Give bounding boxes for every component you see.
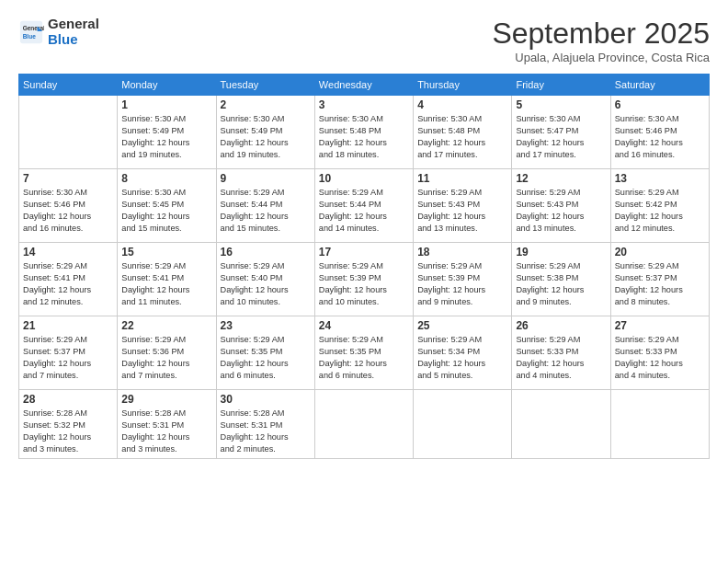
day-info: Sunrise: 5:29 AMSunset: 5:37 PMDaylight:… [23, 334, 113, 382]
day-number: 18 [417, 246, 507, 259]
calendar-day-cell: 13Sunrise: 5:29 AMSunset: 5:42 PMDayligh… [610, 169, 709, 243]
day-info: Sunrise: 5:29 AMSunset: 5:41 PMDaylight:… [121, 260, 211, 308]
calendar-day-cell: 23Sunrise: 5:29 AMSunset: 5:35 PMDayligh… [216, 316, 314, 390]
day-info: Sunrise: 5:29 AMSunset: 5:41 PMDaylight:… [23, 260, 113, 308]
calendar-day-cell: 24Sunrise: 5:29 AMSunset: 5:35 PMDayligh… [314, 316, 413, 390]
day-info: Sunrise: 5:29 AMSunset: 5:43 PMDaylight:… [516, 187, 606, 235]
calendar-day-cell: 9Sunrise: 5:29 AMSunset: 5:44 PMDaylight… [216, 169, 314, 243]
day-info: Sunrise: 5:30 AMSunset: 5:46 PMDaylight:… [23, 187, 113, 235]
day-number: 2 [221, 98, 311, 111]
day-info: Sunrise: 5:29 AMSunset: 5:40 PMDaylight:… [221, 260, 311, 308]
day-info: Sunrise: 5:30 AMSunset: 5:48 PMDaylight:… [319, 113, 409, 161]
day-number: 7 [23, 172, 113, 185]
calendar-table: SundayMondayTuesdayWednesdayThursdayFrid… [18, 74, 710, 459]
calendar-day-cell: 28Sunrise: 5:28 AMSunset: 5:32 PMDayligh… [19, 390, 118, 459]
day-number: 20 [615, 246, 705, 259]
calendar-day-cell: 15Sunrise: 5:29 AMSunset: 5:41 PMDayligh… [118, 243, 216, 316]
weekday-header: Thursday [414, 75, 512, 96]
calendar-week-row: 28Sunrise: 5:28 AMSunset: 5:32 PMDayligh… [19, 390, 710, 459]
page-header: General Blue General Blue September 2025… [18, 17, 710, 64]
weekday-header: Friday [512, 75, 610, 96]
day-number: 5 [516, 98, 606, 111]
day-info: Sunrise: 5:29 AMSunset: 5:43 PMDaylight:… [417, 187, 507, 235]
day-number: 29 [121, 393, 211, 406]
calendar-day-cell: 4Sunrise: 5:30 AMSunset: 5:48 PMDaylight… [414, 96, 512, 169]
day-info: Sunrise: 5:30 AMSunset: 5:48 PMDaylight:… [417, 113, 507, 161]
day-number: 6 [615, 98, 705, 111]
day-info: Sunrise: 5:29 AMSunset: 5:44 PMDaylight:… [221, 187, 311, 235]
title-block: September 2025 Upala, Alajuela Province,… [492, 17, 710, 64]
month-title: September 2025 [492, 17, 710, 51]
calendar-day-cell: 21Sunrise: 5:29 AMSunset: 5:37 PMDayligh… [19, 316, 118, 390]
weekday-header: Tuesday [216, 75, 314, 96]
day-number: 3 [319, 98, 409, 111]
day-number: 10 [319, 172, 409, 185]
day-number: 28 [23, 393, 113, 406]
calendar-day-cell: 7Sunrise: 5:30 AMSunset: 5:46 PMDaylight… [19, 169, 118, 243]
day-info: Sunrise: 5:28 AMSunset: 5:31 PMDaylight:… [221, 408, 311, 455]
day-number: 26 [516, 319, 606, 332]
day-number: 14 [23, 246, 113, 259]
svg-text:Blue: Blue [23, 32, 36, 39]
day-info: Sunrise: 5:28 AMSunset: 5:32 PMDaylight:… [23, 408, 113, 455]
day-number: 13 [615, 172, 705, 185]
day-info: Sunrise: 5:30 AMSunset: 5:49 PMDaylight:… [221, 113, 311, 161]
weekday-header: Wednesday [314, 75, 413, 96]
calendar-day-cell: 19Sunrise: 5:29 AMSunset: 5:38 PMDayligh… [512, 243, 610, 316]
calendar-day-cell: 25Sunrise: 5:29 AMSunset: 5:34 PMDayligh… [414, 316, 512, 390]
day-number: 15 [121, 246, 211, 259]
day-info: Sunrise: 5:29 AMSunset: 5:33 PMDaylight:… [516, 334, 606, 382]
calendar-day-cell: 2Sunrise: 5:30 AMSunset: 5:49 PMDaylight… [216, 96, 314, 169]
day-number: 25 [417, 319, 507, 332]
day-info: Sunrise: 5:30 AMSunset: 5:49 PMDaylight:… [121, 113, 211, 161]
day-number: 22 [121, 319, 211, 332]
day-info: Sunrise: 5:29 AMSunset: 5:37 PMDaylight:… [615, 260, 705, 308]
calendar-day-cell: 12Sunrise: 5:29 AMSunset: 5:43 PMDayligh… [512, 169, 610, 243]
calendar-week-row: 7Sunrise: 5:30 AMSunset: 5:46 PMDaylight… [19, 169, 710, 243]
day-info: Sunrise: 5:29 AMSunset: 5:42 PMDaylight:… [615, 187, 705, 235]
day-number: 9 [221, 172, 311, 185]
day-info: Sunrise: 5:29 AMSunset: 5:36 PMDaylight:… [121, 334, 211, 382]
logo: General Blue General Blue [18, 17, 99, 47]
calendar-day-cell: 3Sunrise: 5:30 AMSunset: 5:48 PMDaylight… [314, 96, 413, 169]
day-number: 27 [615, 319, 705, 332]
day-number: 24 [319, 319, 409, 332]
calendar-day-cell [610, 390, 709, 459]
calendar-day-cell [512, 390, 610, 459]
calendar-day-cell: 8Sunrise: 5:30 AMSunset: 5:45 PMDaylight… [118, 169, 216, 243]
day-number: 8 [121, 172, 211, 185]
calendar-day-cell: 26Sunrise: 5:29 AMSunset: 5:33 PMDayligh… [512, 316, 610, 390]
weekday-header: Saturday [610, 75, 709, 96]
calendar-day-cell: 10Sunrise: 5:29 AMSunset: 5:44 PMDayligh… [314, 169, 413, 243]
calendar-day-cell [314, 390, 413, 459]
calendar-day-cell: 20Sunrise: 5:29 AMSunset: 5:37 PMDayligh… [610, 243, 709, 316]
day-info: Sunrise: 5:29 AMSunset: 5:38 PMDaylight:… [516, 260, 606, 308]
location: Upala, Alajuela Province, Costa Rica [492, 51, 710, 64]
day-number: 17 [319, 246, 409, 259]
day-info: Sunrise: 5:29 AMSunset: 5:34 PMDaylight:… [417, 334, 507, 382]
calendar-day-cell: 14Sunrise: 5:29 AMSunset: 5:41 PMDayligh… [19, 243, 118, 316]
calendar-day-cell: 1Sunrise: 5:30 AMSunset: 5:49 PMDaylight… [118, 96, 216, 169]
day-number: 1 [121, 98, 211, 111]
weekday-header: Monday [118, 75, 216, 96]
calendar-day-cell: 27Sunrise: 5:29 AMSunset: 5:33 PMDayligh… [610, 316, 709, 390]
logo-icon: General Blue [18, 19, 44, 45]
day-number: 19 [516, 246, 606, 259]
calendar-day-cell: 16Sunrise: 5:29 AMSunset: 5:40 PMDayligh… [216, 243, 314, 316]
day-info: Sunrise: 5:29 AMSunset: 5:35 PMDaylight:… [221, 334, 311, 382]
calendar-day-cell: 29Sunrise: 5:28 AMSunset: 5:31 PMDayligh… [118, 390, 216, 459]
day-info: Sunrise: 5:30 AMSunset: 5:46 PMDaylight:… [615, 113, 705, 161]
day-number: 12 [516, 172, 606, 185]
day-info: Sunrise: 5:29 AMSunset: 5:35 PMDaylight:… [319, 334, 409, 382]
logo-general-text: General [48, 17, 99, 32]
day-info: Sunrise: 5:30 AMSunset: 5:47 PMDaylight:… [516, 113, 606, 161]
weekday-header: Sunday [19, 75, 118, 96]
logo-blue-text: Blue [48, 32, 99, 48]
day-info: Sunrise: 5:29 AMSunset: 5:39 PMDaylight:… [417, 260, 507, 308]
day-info: Sunrise: 5:28 AMSunset: 5:31 PMDaylight:… [121, 408, 211, 455]
day-info: Sunrise: 5:29 AMSunset: 5:44 PMDaylight:… [319, 187, 409, 235]
calendar-week-row: 1Sunrise: 5:30 AMSunset: 5:49 PMDaylight… [19, 96, 710, 169]
calendar-day-cell: 30Sunrise: 5:28 AMSunset: 5:31 PMDayligh… [216, 390, 314, 459]
calendar-day-cell: 11Sunrise: 5:29 AMSunset: 5:43 PMDayligh… [414, 169, 512, 243]
weekday-header-row: SundayMondayTuesdayWednesdayThursdayFrid… [19, 75, 710, 96]
